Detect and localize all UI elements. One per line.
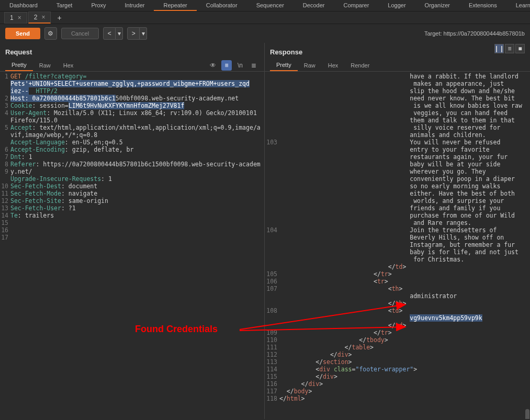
content-split: Request 👁 ≡ \n ≣ PrettyRawHex 1 234 5 67… <box>0 43 530 419</box>
response-pane: ❙❙ ≡ ■ Response PrettyRawHexRender 103 1… <box>265 43 530 419</box>
nav-logger[interactable]: Logger <box>378 0 415 11</box>
settings-button[interactable]: ⚙ <box>44 27 57 40</box>
response-scrollbar[interactable] <box>525 116 530 419</box>
view-tab-pretty[interactable]: Pretty <box>270 60 298 71</box>
response-view-tabs: PrettyRawHexRender <box>265 59 530 72</box>
nav-extensions[interactable]: Extensions <box>459 0 506 11</box>
nav-decoder[interactable]: Decoder <box>294 0 334 11</box>
nav-intruder[interactable]: Intruder <box>116 0 154 11</box>
hide-icon[interactable]: 👁 <box>208 60 218 71</box>
nav-target[interactable]: Target <box>47 0 82 11</box>
nav-learn[interactable]: Learn <box>506 0 530 11</box>
cancel-button[interactable]: Cancel <box>61 28 99 39</box>
repeater-tab-1[interactable]: 1× <box>4 12 27 24</box>
view-tab-raw[interactable]: Raw <box>298 60 322 71</box>
nav-dashboard[interactable]: Dashboard <box>0 0 47 11</box>
scrollbar-thumb[interactable] <box>525 409 529 419</box>
layout-controls: ❙❙ ≡ ■ <box>493 44 525 53</box>
history-forward-button[interactable]: > <box>127 27 140 40</box>
newline-icon[interactable]: \n <box>235 60 245 71</box>
request-editor[interactable]: 1 234 5 6789 1011121314151617 GET /filte… <box>0 72 264 419</box>
send-button[interactable]: Send <box>5 28 40 39</box>
layout-tabs-icon[interactable]: ■ <box>515 44 525 53</box>
history-back-button[interactable]: < <box>103 27 116 40</box>
main-nav: DashboardTargetProxyIntruderRepeaterColl… <box>0 0 530 12</box>
view-tab-hex[interactable]: Hex <box>322 60 345 71</box>
add-tab-button[interactable]: + <box>52 13 66 23</box>
nav-proxy[interactable]: Proxy <box>82 0 115 11</box>
history-back-group: < ▾ <box>103 27 123 40</box>
target-label[interactable]: Target: https://0a7200800444b857801b <box>424 30 525 37</box>
close-icon[interactable]: × <box>41 14 45 21</box>
nav-sequencer[interactable]: Sequencer <box>247 0 294 11</box>
inspect-icon[interactable]: ≣ <box>249 60 259 71</box>
repeater-subtabs: 1×2×+ <box>0 12 530 24</box>
nav-comparer[interactable]: Comparer <box>334 0 378 11</box>
nav-organizer[interactable]: Organizer <box>415 0 459 11</box>
response-title: Response <box>265 43 530 59</box>
view-tab-raw[interactable]: Raw <box>33 60 57 71</box>
history-forward-dropdown[interactable]: ▾ <box>140 27 147 40</box>
history-back-dropdown[interactable]: ▾ <box>116 27 123 40</box>
nav-collaborator[interactable]: Collaborator <box>197 0 247 11</box>
response-editor[interactable]: 103 104 105106107 108 109110111112113114… <box>265 72 530 419</box>
action-bar: Send ⚙ Cancel < ▾ > ▾ Target: https://0a… <box>0 24 530 43</box>
repeater-tab-2[interactable]: 2× <box>28 12 51 24</box>
request-view-tabs: 👁 ≡ \n ≣ PrettyRawHex <box>0 59 264 72</box>
layout-rows-icon[interactable]: ≡ <box>505 44 514 53</box>
view-tab-render[interactable]: Render <box>344 60 376 71</box>
nav-repeater[interactable]: Repeater <box>154 0 196 11</box>
history-forward-group: > ▾ <box>127 27 147 40</box>
gear-icon: ⚙ <box>48 30 53 37</box>
request-title: Request <box>0 43 264 59</box>
view-tab-pretty[interactable]: Pretty <box>5 60 33 71</box>
toggle-a-icon[interactable]: ≡ <box>221 60 232 71</box>
layout-columns-icon[interactable]: ❙❙ <box>494 44 504 53</box>
close-icon[interactable]: × <box>18 14 21 21</box>
request-pane: Request 👁 ≡ \n ≣ PrettyRawHex 1 234 5 67… <box>0 43 265 419</box>
view-tab-hex[interactable]: Hex <box>57 60 80 71</box>
